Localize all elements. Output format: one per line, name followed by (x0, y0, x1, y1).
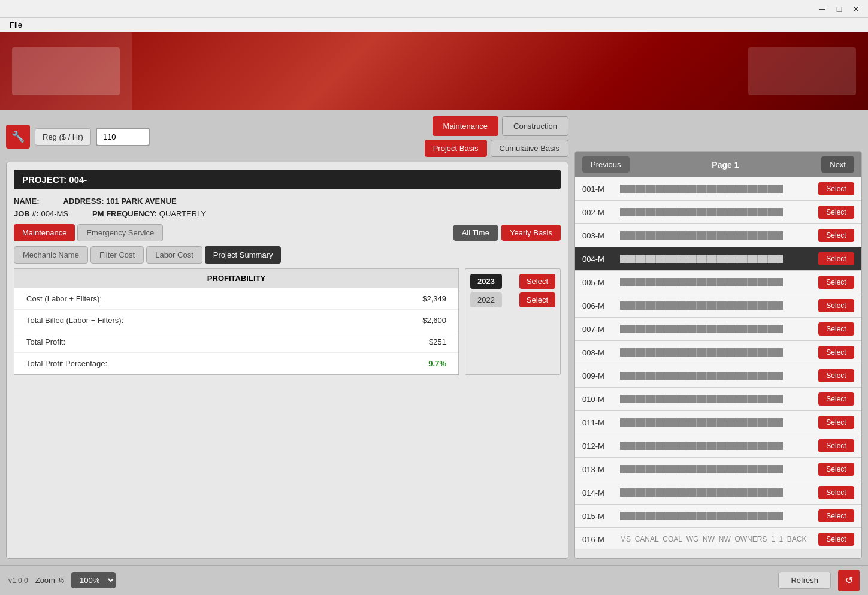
project-basis-button[interactable]: Project Basis (425, 140, 487, 157)
zoom-label: Zoom % (35, 576, 64, 585)
btn-yearly-basis[interactable]: Yearly Basis (501, 225, 561, 241)
project-name-group: NAME: (14, 197, 40, 206)
project-list-container: Previous Page 1 Next 001-M██████████████… (574, 151, 862, 559)
next-button[interactable]: Next (821, 156, 854, 173)
list-select-button[interactable]: Select (818, 299, 854, 312)
header-logo-box (12, 47, 120, 95)
year-row-2022: 2022 Select (470, 292, 555, 307)
profit-value-billed: $2,600 (422, 316, 446, 325)
project-card: PROJECT: 004- NAME: ADDRESS: 101 PARK AV… (6, 162, 568, 559)
project-list-item: 016-MMS_CANAL_COAL_WG_NW_NW_OWNERS_1_1_B… (575, 528, 861, 549)
main-content: 🔧 Reg ($ / Hr) Maintenance Construction … (0, 110, 868, 565)
project-item-name: ████████████████████████████████ (620, 231, 813, 240)
tab-mechanic-name[interactable]: Mechanic Name (14, 246, 88, 264)
list-select-button[interactable]: Select (818, 392, 854, 406)
profit-label-billed: Total Billed (Labor + Filters): (26, 316, 123, 325)
list-select-button[interactable]: Select (818, 533, 854, 546)
refresh-icon-button[interactable]: ↺ (838, 570, 860, 591)
profit-value-cost: $2,349 (422, 294, 446, 303)
right-spacer (574, 116, 862, 147)
project-item-name: ████████████████████████████████ (620, 465, 813, 473)
project-item-name: ████████████████████████████████ (620, 185, 813, 193)
project-list-item: 011-M████████████████████████████████Sel… (575, 411, 861, 434)
version-label: v1.0.0 (8, 576, 28, 585)
year-badge-2022: 2022 (470, 292, 502, 307)
header-right-area (736, 32, 868, 110)
btn-select-year-2023[interactable]: Select (519, 274, 555, 289)
project-list-item: 001-M████████████████████████████████Sel… (575, 177, 861, 201)
project-item-id: 009-M (582, 372, 615, 380)
rate-input[interactable] (96, 128, 150, 146)
menu-file[interactable]: File (5, 19, 27, 31)
profit-value-profit: $251 (429, 337, 446, 346)
left-panel: 🔧 Reg ($ / Hr) Maintenance Construction … (6, 116, 568, 559)
project-item-id: 013-M (582, 465, 615, 474)
close-button[interactable]: ✕ (849, 2, 863, 16)
zoom-select[interactable]: 100% 75% 125% 150% (71, 572, 116, 588)
list-select-button[interactable]: Select (818, 252, 854, 265)
project-list-item: 014-M████████████████████████████████Sel… (575, 481, 861, 505)
tab-project-summary[interactable]: Project Summary (205, 246, 282, 264)
list-select-button[interactable]: Select (818, 206, 854, 219)
refresh-icon: ↺ (845, 575, 853, 586)
btn-all-time[interactable]: All Time (453, 225, 498, 241)
project-item-id: 007-M (582, 325, 615, 334)
cumulative-basis-button[interactable]: Cumulative Basis (491, 140, 568, 157)
project-item-name: ████████████████████████████████ (620, 255, 813, 263)
project-address-group: ADDRESS: 101 PARK AVENUE (63, 197, 177, 206)
project-item-id: 005-M (582, 278, 615, 287)
project-item-id: 016-M (582, 535, 615, 544)
refresh-button[interactable]: Refresh (778, 572, 831, 589)
profitability-panel: PROFITABILITY Cost (Labor + Filters): $2… (14, 268, 459, 375)
tab-maintenance[interactable]: Maintenance (14, 224, 75, 241)
list-select-button[interactable]: Select (818, 322, 854, 336)
prev-button[interactable]: Previous (582, 156, 630, 173)
wrench-icon-button[interactable]: 🔧 (6, 125, 30, 149)
project-pmfreq-val: QUARTERLY (159, 209, 206, 218)
minimize-button[interactable]: ─ (815, 2, 830, 16)
list-select-button[interactable]: Select (818, 229, 854, 242)
tab-filter-cost[interactable]: Filter Cost (90, 246, 144, 264)
header-logo-area (0, 32, 132, 110)
tab-emergency-service[interactable]: Emergency Service (77, 224, 163, 241)
menu-bar: File (0, 18, 868, 32)
project-info-job-row: JOB #: 004-MS PM FREQUENCY: QUARTERLY (14, 209, 561, 218)
project-item-id: 003-M (582, 231, 615, 240)
list-select-button[interactable]: Select (818, 439, 854, 452)
project-item-name: ████████████████████████████████ (620, 372, 813, 380)
project-list-item: 003-M████████████████████████████████Sel… (575, 224, 861, 247)
tab-left: Maintenance Emergency Service (14, 224, 163, 241)
btn-select-year-2022[interactable]: Select (519, 292, 555, 307)
project-list-item: 013-M████████████████████████████████Sel… (575, 458, 861, 481)
project-info-name-row: NAME: ADDRESS: 101 PARK AVENUE (14, 197, 561, 206)
list-select-button[interactable]: Select (818, 346, 854, 359)
list-select-button[interactable]: Select (818, 276, 854, 289)
project-list-item: 005-M████████████████████████████████Sel… (575, 271, 861, 294)
project-item-id: 002-M (582, 208, 615, 217)
project-item-name: ████████████████████████████████ (620, 278, 813, 286)
profitability-header: PROFITABILITY (14, 269, 458, 288)
list-select-button[interactable]: Select (818, 509, 854, 522)
profit-label-percentage: Total Profit Percentage: (26, 359, 107, 368)
list-select-button[interactable]: Select (818, 182, 854, 195)
project-pmfreq-label: PM FREQUENCY: (92, 209, 157, 218)
profit-row-cost: Cost (Labor + Filters): $2,349 (14, 288, 458, 310)
construction-button[interactable]: Construction (502, 116, 568, 136)
list-select-button[interactable]: Select (818, 486, 854, 499)
page-label: Page 1 (712, 160, 739, 170)
reg-rate-label: Reg ($ / Hr) (35, 128, 91, 146)
right-panel-wrapper: Previous Page 1 Next 001-M██████████████… (574, 116, 862, 559)
maximize-button[interactable]: □ (832, 2, 846, 16)
project-item-id: 004-M (582, 255, 615, 264)
maintenance-button[interactable]: Maintenance (433, 116, 498, 136)
header-right-box (748, 47, 856, 95)
project-item-name: ████████████████████████████████ (620, 325, 813, 333)
profit-row-billed: Total Billed (Labor + Filters): $2,600 (14, 310, 458, 331)
project-list-item: 015-M████████████████████████████████Sel… (575, 505, 861, 528)
year-panel: 2023 Select 2022 Select (465, 268, 561, 375)
list-select-button[interactable]: Select (818, 416, 854, 429)
list-select-button[interactable]: Select (818, 369, 854, 382)
project-item-name: ████████████████████████████████ (620, 395, 813, 403)
list-select-button[interactable]: Select (818, 463, 854, 476)
tab-labor-cost[interactable]: Labor Cost (146, 246, 202, 264)
